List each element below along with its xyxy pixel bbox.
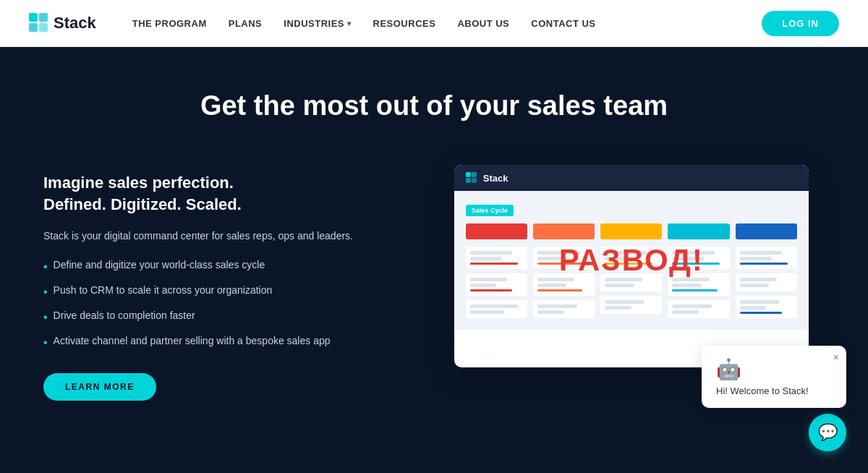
- bullet-icon: •: [43, 258, 48, 276]
- chat-open-button[interactable]: 💬: [809, 414, 846, 451]
- mockup-card: [600, 247, 662, 269]
- svg-rect-5: [472, 172, 477, 177]
- svg-rect-3: [39, 23, 48, 32]
- nav-item-contact[interactable]: CONTACT US: [531, 18, 595, 29]
- mockup-card: [466, 247, 527, 269]
- mockup-card: [736, 296, 797, 318]
- mockup-card: [668, 273, 729, 296]
- chat-icon: 💬: [818, 423, 838, 442]
- dashboard-mockup: Stack Sales Cycle: [454, 165, 809, 367]
- svg-rect-4: [466, 172, 471, 177]
- mockup-columns: [466, 223, 797, 318]
- chevron-down-icon: ▾: [347, 20, 352, 27]
- chat-welcome-text: Hi! Welcome to Stack!: [716, 385, 832, 396]
- chat-bot-icon: 🤖: [716, 357, 832, 381]
- mockup-column-3: [600, 223, 662, 318]
- nav-item-program[interactable]: THE PROGRAM: [132, 18, 207, 29]
- list-item: • Activate channel and partner selling w…: [43, 333, 395, 351]
- list-item: • Drive deals to completion faster: [43, 308, 395, 326]
- bullet-icon: •: [43, 334, 48, 351]
- mockup-card: [466, 273, 527, 296]
- mockup-column-4: [668, 223, 729, 318]
- hero-bullets: • Define and digitize your world-class s…: [43, 257, 395, 351]
- nav-item-industries[interactable]: INDUSTRIES ▾: [284, 18, 351, 29]
- mockup-card: [736, 273, 797, 291]
- mockup-body: Sales Cycle: [454, 191, 809, 330]
- logo-text: Stack: [54, 14, 96, 33]
- list-item: • Push to CRM to scale it across your or…: [43, 283, 395, 301]
- nav-item-plans[interactable]: PLANS: [229, 18, 263, 29]
- mockup-card: [533, 273, 595, 296]
- nav-item-resources[interactable]: RESOURCES: [373, 18, 436, 29]
- login-button[interactable]: LOG IN: [762, 11, 839, 36]
- hero-left-column: Imagine sales perfection.Defined. Digiti…: [43, 165, 395, 401]
- svg-rect-2: [29, 23, 38, 32]
- list-item: • Define and digitize your world-class s…: [43, 257, 395, 276]
- mockup-card: [466, 300, 527, 318]
- mockup-card: [668, 300, 729, 318]
- chat-close-button[interactable]: ×: [833, 351, 839, 363]
- hero-title: Get the most out of your sales team: [200, 90, 668, 122]
- hero-right-column: Stack Sales Cycle: [438, 165, 825, 367]
- svg-rect-0: [29, 13, 38, 22]
- bullet-icon: •: [43, 284, 48, 301]
- mockup-card: [736, 247, 797, 269]
- hero-tagline: Imagine sales perfection.Defined. Digiti…: [43, 172, 395, 215]
- mockup-column-1: [466, 223, 527, 318]
- mockup-card: [533, 247, 595, 269]
- mockup-card: [533, 300, 595, 318]
- mockup-header: Stack: [454, 165, 809, 191]
- nav-links: THE PROGRAM PLANS INDUSTRIES ▾ RESOURCES…: [132, 18, 762, 29]
- bullet-icon: •: [43, 309, 48, 326]
- mockup-card: [600, 273, 662, 291]
- mockup-card: [668, 247, 729, 269]
- mockup-column-5: [736, 223, 797, 318]
- nav-item-about[interactable]: ABOUT US: [457, 18, 509, 29]
- logo[interactable]: Stack: [29, 13, 96, 33]
- chat-popup: × 🤖 Hi! Welcome to Stack!: [702, 346, 846, 408]
- chat-container: × 🤖 Hi! Welcome to Stack! 💬: [702, 346, 846, 451]
- svg-rect-1: [39, 13, 48, 22]
- svg-rect-6: [466, 178, 471, 183]
- learn-more-button[interactable]: LEARN MORE: [43, 373, 156, 401]
- sales-cycle-badge: Sales Cycle: [466, 205, 514, 216]
- mockup-logo-text: Stack: [483, 173, 509, 184]
- navbar: Stack THE PROGRAM PLANS INDUSTRIES ▾ RES…: [0, 0, 868, 47]
- hero-description: Stack is your digital command center for…: [43, 228, 395, 244]
- mockup-card: [600, 296, 662, 314]
- svg-rect-7: [472, 178, 477, 183]
- mockup-column-2: [533, 223, 595, 318]
